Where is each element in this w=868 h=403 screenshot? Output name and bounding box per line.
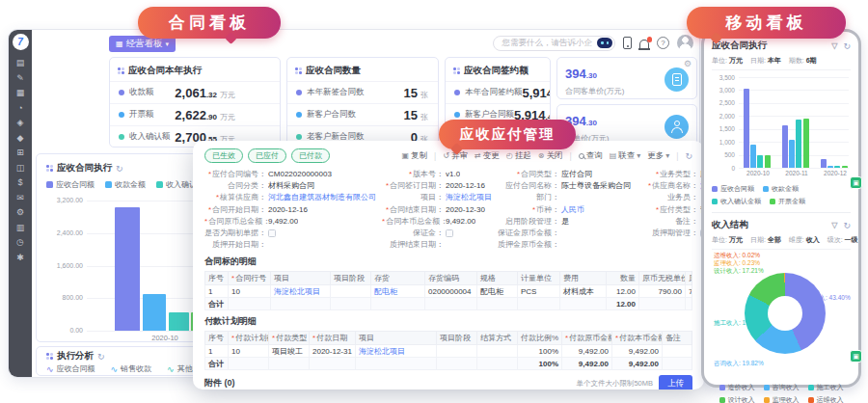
- toolbar-close-button[interactable]: ⊗关闭: [538, 150, 563, 162]
- mobile-bar-chart: 3,5003,0002,5002,0001,5001,00050002020-1…: [712, 73, 851, 181]
- form-field: 是否为期初单据：: [204, 227, 376, 238]
- legend-item[interactable]: 收款金额: [763, 184, 799, 194]
- checkbox[interactable]: [268, 229, 276, 237]
- asset-icon[interactable]: ◆: [16, 134, 25, 143]
- legend-item[interactable]: 开票金额: [770, 197, 805, 206]
- legend-item[interactable]: 监理收入: [764, 395, 800, 403]
- filter-funnel-icon[interactable]: ▽: [831, 221, 837, 229]
- legend-item[interactable]: 咨询收入: [764, 383, 800, 392]
- report-icon[interactable]: ▥: [16, 224, 25, 232]
- legend-item[interactable]: 收款金额: [105, 179, 146, 190]
- refresh-icon[interactable]: ↻: [685, 151, 692, 161]
- stat-card: 应收合同数量本年新签合同数15张新客户合同数15张老客户新合同数0张: [286, 57, 439, 148]
- calendar-icon[interactable]: ⊞: [16, 148, 25, 157]
- form-field: 应付合同名称：陈士尊设备采购合同: [498, 179, 631, 191]
- toolbar-copy-button[interactable]: ▣复制: [402, 150, 428, 162]
- field-value[interactable]: 河北鑫自建筑器材制造有限公司: [268, 192, 376, 202]
- table-link[interactable]: 海淀松北项目: [274, 287, 320, 296]
- donut-chart-area: 运维收入: 0.02%监理收入: 0.23%设计收入: 17.21%造价收入: …: [712, 252, 851, 381]
- stat-value: 5,914.44万元: [523, 84, 552, 101]
- axis-label: 1,500: [712, 125, 735, 132]
- refresh-icon[interactable]: ↻: [843, 41, 851, 51]
- legend-item[interactable]: 应收合同额: [46, 179, 95, 190]
- meta-item: 级次: 一级: [827, 235, 858, 245]
- legend-item[interactable]: 应收合同额: [712, 184, 754, 194]
- app-logo[interactable]: 7: [13, 34, 29, 50]
- form-field: *版本号：v1.0: [382, 168, 492, 179]
- contract-icon[interactable]: ✎: [16, 74, 25, 83]
- bar: [827, 166, 833, 168]
- refresh-icon[interactable]: ↻: [116, 164, 123, 174]
- mail-icon[interactable]: ✉: [16, 194, 25, 202]
- legend-item[interactable]: ∿应收合同额: [46, 363, 95, 374]
- tools-icon[interactable]: ✱: [16, 254, 25, 262]
- notify-icon[interactable]: ◔: [16, 104, 25, 113]
- field-label: 合同分类：: [204, 180, 266, 191]
- toolbar-link-button[interactable]: ▤联查▾: [610, 150, 641, 162]
- bar: [744, 89, 749, 168]
- refresh-icon[interactable]: ↻: [843, 221, 851, 230]
- history-icon[interactable]: ◷: [16, 238, 25, 247]
- refresh-icon[interactable]: ↻: [97, 352, 105, 362]
- shield-icon[interactable]: ◈: [16, 119, 25, 127]
- mobile-board-banner: 移动看板: [687, 7, 846, 39]
- column-header: *合同行号: [229, 272, 271, 285]
- help-icon[interactable]: ?: [657, 37, 669, 49]
- filter-funnel-icon[interactable]: ▽: [831, 41, 837, 50]
- field-label: 应付合同名称：: [498, 180, 559, 191]
- donut-label: 设计收入: 17.21%: [714, 267, 764, 276]
- table-cell: 材料成本: [560, 285, 607, 298]
- legend-item[interactable]: 收入确认金额: [712, 197, 761, 206]
- table-cell: 配电柜: [477, 285, 518, 298]
- float-badge[interactable]: ▣: [850, 350, 862, 363]
- form-field: *应付类型：普通采购: [637, 203, 704, 215]
- axis-label: 1,000: [712, 139, 735, 146]
- table-cell: 2020-12-31: [310, 345, 356, 358]
- toolbar-search-button[interactable]: 查询: [579, 150, 603, 162]
- field-value: 材料采购合同: [268, 180, 314, 191]
- modal-toolbar: ▣复制|↺弃审⇄变更◴挂起⊗关闭|查询▤联查▾更多▾|↻: [402, 150, 692, 162]
- settings-icon[interactable]: ⚙: [16, 208, 25, 217]
- field-value[interactable]: 海淀松北项目: [446, 192, 492, 202]
- notification-bell-icon[interactable]: [639, 40, 649, 48]
- legend-item[interactable]: 运维收入: [808, 395, 844, 403]
- upload-button[interactable]: 上传: [659, 375, 692, 390]
- legend-item[interactable]: 设计收入: [719, 395, 755, 403]
- form-field: *合同开始日期：2020-12-16: [204, 203, 376, 215]
- apps-icon[interactable]: ◫: [16, 164, 25, 173]
- topbar-right: 您需要什么，请告诉小企 ?: [493, 35, 694, 51]
- table-link[interactable]: 海淀松北项目: [359, 347, 405, 356]
- axis-label: 1,600.00: [44, 262, 83, 269]
- legend-item[interactable]: 施工收入: [808, 383, 844, 392]
- payable-contract-modal: 已生效已应付已付款 ▣复制|↺弃审⇄变更◴挂起⊗关闭|查询▤联查▾更多▾|↻ *…: [193, 141, 704, 390]
- toolbar-suspend-button[interactable]: ◴挂起: [506, 150, 531, 162]
- field-value: 9,492.00: [268, 217, 298, 226]
- field-label: *应付合同编号：: [204, 169, 266, 179]
- table-link[interactable]: 配电柜: [374, 287, 397, 296]
- toolbar-change-button[interactable]: ⇄变更: [475, 150, 500, 162]
- field-value: CM022020000003: [268, 170, 332, 178]
- toolbar-more-button[interactable]: 更多▾: [647, 150, 669, 162]
- finance-icon[interactable]: $: [16, 178, 25, 187]
- donut-label: 造价收入: 43.40%: [800, 294, 851, 303]
- form-field: 质押期管理：: [637, 227, 704, 238]
- form-field: 保证金：: [382, 227, 492, 238]
- float-badge[interactable]: ▣: [850, 176, 862, 189]
- table-cell: [477, 345, 518, 358]
- phone-icon[interactable]: [623, 37, 632, 49]
- order-icon[interactable]: ▦: [16, 89, 25, 97]
- checkbox[interactable]: [446, 229, 453, 237]
- required-asterisk: *: [208, 170, 211, 178]
- gear-icon[interactable]: ⚙: [684, 60, 692, 68]
- robot-assistant-icon[interactable]: [597, 38, 612, 48]
- folder-icon[interactable]: ▤: [16, 59, 25, 67]
- donut-chart: [745, 273, 826, 354]
- legend-item[interactable]: ∿销售收款: [111, 363, 152, 374]
- user-avatar[interactable]: [677, 35, 693, 51]
- field-value[interactable]: 人民币: [561, 204, 584, 215]
- field-label: 项目：: [382, 192, 444, 202]
- column-header: 备注: [663, 332, 692, 345]
- assistant-search-input[interactable]: 您需要什么，请告诉小企: [493, 36, 616, 51]
- legend-item[interactable]: 造价收入: [719, 383, 755, 392]
- stat-row: 本年合同签约额5,914.44万元: [446, 81, 550, 103]
